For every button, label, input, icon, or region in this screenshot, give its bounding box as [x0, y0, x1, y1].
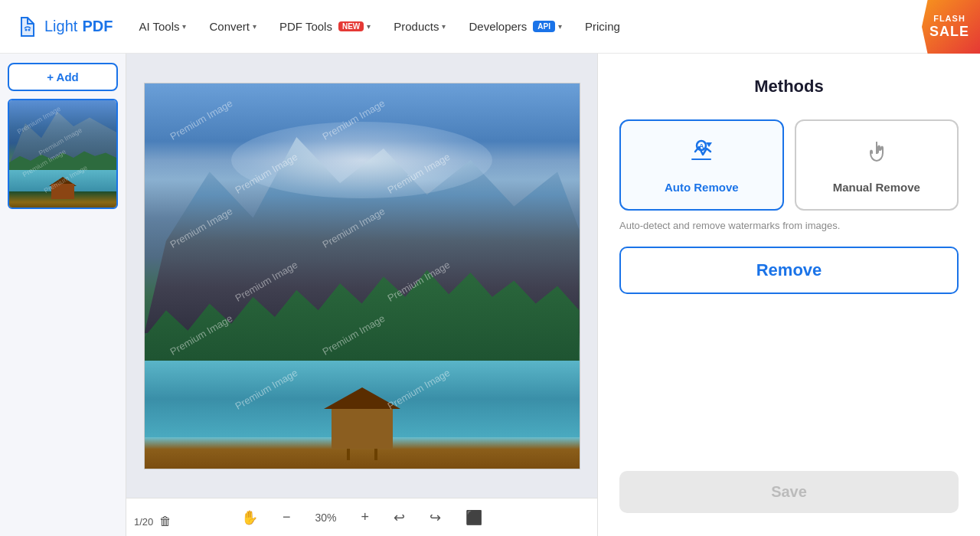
- zoom-out-button[interactable]: −: [278, 505, 296, 530]
- redo-button[interactable]: ↪: [425, 505, 446, 531]
- sidebar: + Add Premium Image Premium Image Premiu…: [0, 54, 126, 536]
- chevron-down-icon: ▾: [367, 22, 371, 31]
- chevron-down-icon: ▾: [182, 22, 186, 31]
- preview-area: Premium Image Premium Image Premium Imag…: [126, 54, 597, 536]
- method-cards: A Auto Remove Manual Remove: [619, 119, 959, 211]
- thumb-cabin: [51, 184, 74, 199]
- cabin-supports: [343, 449, 381, 460]
- nav-products[interactable]: Products ▾: [384, 14, 455, 39]
- svg-text:A: A: [699, 142, 704, 150]
- undo-button[interactable]: ↩: [389, 505, 410, 531]
- sale-text: SALE: [929, 24, 969, 41]
- methods-title: Methods: [619, 77, 959, 96]
- cabin: [332, 407, 393, 449]
- add-button[interactable]: + Add: [8, 63, 118, 91]
- chevron-down-icon: ▾: [253, 22, 256, 31]
- svg-point-1: [28, 28, 31, 31]
- preview-canvas[interactable]: Premium Image Premium Image Premium Imag…: [126, 54, 597, 498]
- hand-tool-button[interactable]: ✋: [237, 505, 263, 531]
- zoom-level: 30%: [311, 511, 341, 524]
- manual-remove-card[interactable]: Manual Remove: [795, 119, 959, 211]
- auto-remove-label: Auto Remove: [665, 181, 739, 194]
- auto-remove-card[interactable]: A Auto Remove: [619, 119, 784, 211]
- nav-pdf-tools[interactable]: PDF Tools NEW ▾: [270, 14, 380, 39]
- new-badge: NEW: [338, 21, 364, 31]
- page-counter: 1/20: [134, 516, 153, 528]
- logo-light: Light: [44, 18, 77, 35]
- method-description: Auto-detect and remove watermarks from i…: [619, 220, 959, 231]
- logo-pdf: PDF: [82, 18, 113, 35]
- image-background: Premium Image Premium Image Premium Imag…: [145, 83, 580, 469]
- manual-remove-label: Manual Remove: [833, 181, 920, 194]
- logo[interactable]: LightPDF: [15, 15, 113, 39]
- nav-developers[interactable]: Developers API ▾: [459, 14, 571, 39]
- image-thumbnail[interactable]: Premium Image Premium Image Premium Imag…: [8, 99, 118, 209]
- nav-pricing[interactable]: Pricing: [576, 14, 629, 39]
- right-panel: Methods A Auto Remove: [597, 54, 980, 536]
- thumbnail-image: Premium Image Premium Image Premium Imag…: [9, 100, 116, 208]
- flash-sale-banner[interactable]: FLASH SALE: [922, 0, 980, 54]
- auto-remove-icon: A: [686, 136, 717, 173]
- remove-button[interactable]: Remove: [619, 247, 959, 294]
- chevron-down-icon: ▾: [442, 22, 446, 31]
- preview-image: Premium Image Premium Image Premium Imag…: [144, 83, 580, 469]
- clouds-layer: [231, 122, 492, 199]
- zoom-in-button[interactable]: +: [357, 505, 374, 530]
- api-badge: API: [533, 21, 555, 32]
- chevron-down-icon: ▾: [558, 22, 562, 31]
- nav-ai-tools[interactable]: AI Tools ▾: [129, 14, 195, 39]
- trash-icon[interactable]: 🗑: [159, 515, 172, 528]
- nav-convert[interactable]: Convert ▾: [200, 14, 266, 39]
- svg-point-0: [25, 28, 28, 31]
- save-button: Save: [619, 471, 959, 513]
- manual-remove-icon: [861, 136, 892, 173]
- navigation: LightPDF AI Tools ▾ Convert ▾ PDF Tools …: [0, 0, 980, 54]
- main-area: + Add Premium Image Premium Image Premiu…: [0, 54, 980, 536]
- flash-text: FLASH: [933, 14, 965, 24]
- compare-button[interactable]: ⬛: [461, 505, 487, 531]
- image-toolbar: 1/20 🗑 ✋ − 30% + ↩ ↪ ⬛: [126, 498, 597, 536]
- page-info: 1/20 🗑: [134, 515, 172, 528]
